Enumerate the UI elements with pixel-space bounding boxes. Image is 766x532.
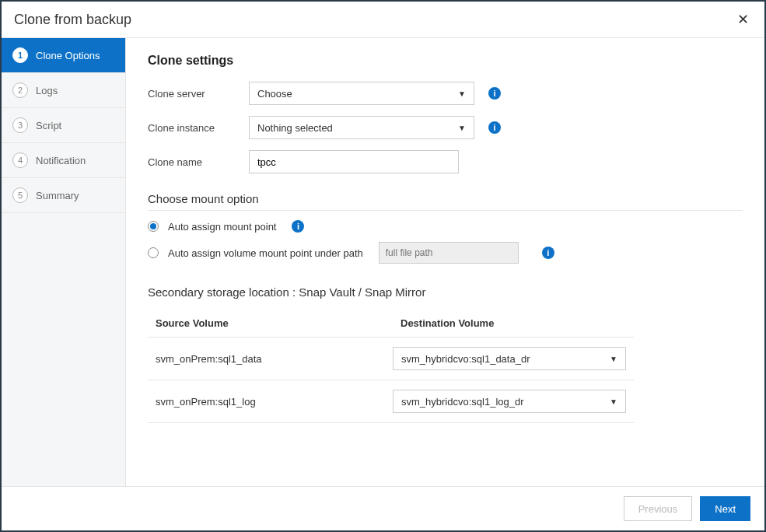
clone-server-value: Choose (257, 88, 292, 100)
mount-option-heading: Choose mount option (148, 192, 743, 211)
main-panel: Clone settings Clone server Choose ▼ i C… (126, 38, 764, 486)
step-clone-options[interactable]: 1 Clone Options (2, 38, 125, 73)
mount-option-path[interactable]: Auto assign volume mount point under pat… (148, 242, 743, 264)
step-label: Logs (36, 85, 58, 96)
step-number: 1 (12, 47, 28, 63)
col-source: Source Volume (156, 317, 400, 329)
clone-settings-heading: Clone settings (148, 54, 743, 68)
dialog-footer: Previous Next (2, 486, 764, 530)
table-header: Source Volume Destination Volume (148, 310, 634, 338)
clone-instance-label: Clone instance (148, 122, 249, 134)
clone-name-row: Clone name (148, 150, 743, 173)
previous-button: Previous (624, 496, 693, 521)
destination-select[interactable]: svm_hybridcvo:sql1_log_dr ▼ (393, 390, 626, 413)
step-logs[interactable]: 2 Logs (2, 73, 125, 108)
radio-icon[interactable] (148, 247, 159, 258)
step-number: 5 (12, 187, 28, 203)
step-script[interactable]: 3 Script (2, 108, 125, 143)
source-volume: svm_onPrem:sql1_data (156, 353, 393, 365)
radio-icon[interactable] (148, 221, 159, 232)
clone-server-select[interactable]: Choose ▼ (249, 82, 474, 105)
clone-instance-value: Nothing selected (257, 122, 333, 134)
step-notification[interactable]: 4 Notification (2, 143, 125, 178)
step-summary[interactable]: 5 Summary (2, 178, 125, 213)
caret-down-icon: ▼ (458, 124, 466, 132)
caret-down-icon: ▼ (610, 397, 617, 406)
destination-value: svm_hybridcvo:sql1_data_dr (401, 353, 530, 365)
dialog-body: 1 Clone Options 2 Logs 3 Script 4 Notifi… (2, 38, 764, 486)
destination-value: svm_hybridcvo:sql1_log_dr (401, 396, 524, 408)
caret-down-icon: ▼ (610, 355, 617, 363)
destination-select[interactable]: svm_hybridcvo:sql1_data_dr ▼ (393, 347, 626, 370)
step-label: Script (36, 120, 61, 131)
table-row: svm_onPrem:sql1_data svm_hybridcvo:sql1_… (148, 338, 634, 380)
storage-heading: Secondary storage location : Snap Vault … (148, 285, 743, 303)
mount-option-auto[interactable]: Auto assign mount point i (148, 220, 743, 233)
source-volume: svm_onPrem:sql1_log (156, 396, 393, 408)
step-number: 4 (12, 152, 28, 168)
dialog-title: Clone from backup (14, 12, 131, 28)
info-icon[interactable]: i (488, 121, 501, 134)
step-number: 3 (12, 117, 28, 133)
mount-option-auto-label: Auto assign mount point (168, 221, 276, 233)
dialog-header: Clone from backup ✕ (2, 2, 764, 38)
wizard-sidebar: 1 Clone Options 2 Logs 3 Script 4 Notifi… (2, 38, 126, 486)
step-number: 2 (12, 82, 28, 98)
step-label: Notification (36, 155, 86, 166)
next-button[interactable]: Next (700, 496, 750, 521)
close-icon[interactable]: ✕ (734, 8, 752, 31)
clone-instance-row: Clone instance Nothing selected ▼ i (148, 116, 743, 139)
mount-path-input[interactable] (379, 242, 519, 264)
clone-name-input[interactable] (249, 150, 459, 173)
mount-option-path-label: Auto assign volume mount point under pat… (168, 247, 363, 259)
clone-name-label: Clone name (148, 156, 249, 168)
info-icon[interactable]: i (542, 247, 554, 259)
clone-server-row: Clone server Choose ▼ i (148, 82, 743, 105)
table-row: svm_onPrem:sql1_log svm_hybridcvo:sql1_l… (148, 380, 634, 423)
clone-server-label: Clone server (148, 88, 249, 100)
info-icon[interactable]: i (488, 87, 501, 100)
clone-instance-select[interactable]: Nothing selected ▼ (249, 116, 474, 139)
clone-dialog: Clone from backup ✕ 1 Clone Options 2 Lo… (0, 0, 766, 532)
info-icon[interactable]: i (292, 220, 304, 233)
storage-table: Source Volume Destination Volume svm_onP… (148, 310, 634, 423)
col-destination: Destination Volume (400, 317, 626, 329)
step-label: Summary (36, 190, 79, 201)
caret-down-icon: ▼ (458, 89, 466, 98)
step-label: Clone Options (36, 50, 100, 61)
